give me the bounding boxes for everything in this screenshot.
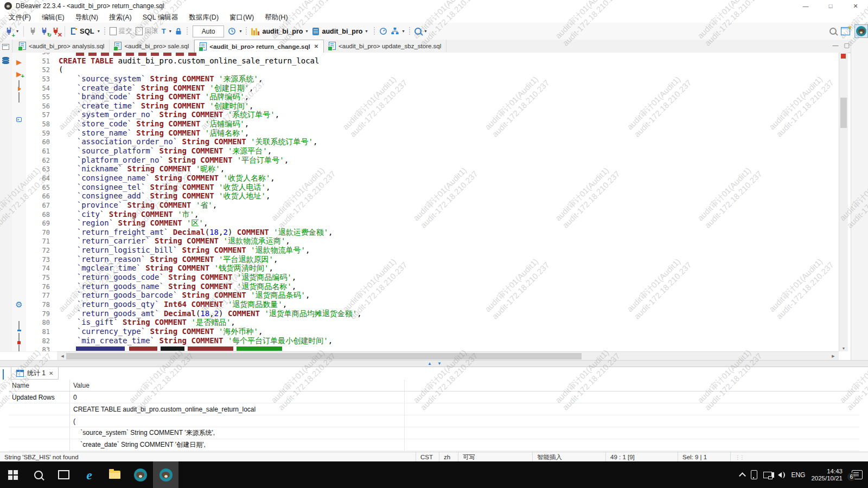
editor-tab[interactable]: <audit_bi_pro> update_sbz_store.sql xyxy=(324,40,446,52)
code-line[interactable]: 59 `store_name` String COMMENT '店铺名称', xyxy=(26,129,362,138)
status-segment-2[interactable]: 可写 xyxy=(458,452,532,462)
taskbar-search-button[interactable] xyxy=(25,461,51,488)
search-button[interactable] xyxy=(413,25,423,38)
code-line[interactable]: 58 `store_code` String COMMENT '店铺编码', xyxy=(26,119,362,129)
editor-settings-button[interactable]: ⚙ xyxy=(12,300,26,310)
execute-new-tab-button[interactable]: ▶+ xyxy=(12,69,26,79)
close-button[interactable]: ✕ xyxy=(843,0,868,12)
dbeaver-taskbar-button[interactable] xyxy=(127,461,153,488)
collapse-up-icon[interactable]: ▲ xyxy=(427,361,432,366)
menu-item-5[interactable]: 数据库(D) xyxy=(183,13,224,22)
code-line[interactable]: 80 `is_gift` String COMMENT '是否赠品', xyxy=(26,318,362,327)
schema-selector[interactable]: audit_bi_pro ▾ xyxy=(311,25,371,38)
horizontal-scroll-thumb[interactable] xyxy=(66,353,582,359)
code-line[interactable]: 65 `consignee_tel` String COMMENT '收货人电话… xyxy=(26,183,362,192)
transaction-history-button[interactable] xyxy=(226,25,238,38)
notification-center-icon[interactable]: 6 xyxy=(852,470,863,479)
minimize-view-icon[interactable]: — xyxy=(833,42,839,49)
code-line[interactable]: 76 `return_goods_name` String COMMENT '退… xyxy=(26,282,362,291)
execute-script-button[interactable] xyxy=(12,81,26,91)
editor-tab[interactable]: <audit_bi_pro> return_change.sql✕ xyxy=(194,40,324,53)
code-line[interactable]: 78 `return_goods_qty` Int64 COMMENT '退货商… xyxy=(26,300,362,309)
code-line[interactable]: 72 `return_logistic_bill` String COMMENT… xyxy=(26,246,362,255)
expand-down-icon[interactable]: ▼ xyxy=(437,361,442,366)
scroll-right-icon[interactable]: ▶ xyxy=(829,354,838,358)
minimize-button[interactable]: — xyxy=(793,0,818,12)
sql-editor[interactable]: 5051CREATE TABLE audit_bi_pro.custom_onl… xyxy=(26,53,839,351)
code-line[interactable]: 56 `create_time` String COMMENT '创建时间', xyxy=(26,101,362,111)
language-indicator[interactable]: ENG xyxy=(791,471,805,479)
statistics-tab[interactable]: 统计 1 ✕ xyxy=(11,367,59,380)
maximize-button[interactable]: □ xyxy=(818,0,843,12)
commit-button[interactable]: 提交 xyxy=(108,25,134,38)
code-line[interactable]: 55 `brand_code` String COMMENT '品牌编码', xyxy=(26,92,362,101)
menu-item-1[interactable]: 编辑(E) xyxy=(36,13,70,22)
code-line[interactable]: 70 `return_freight_amt` Decimal(18,2) CO… xyxy=(26,228,362,237)
table-row[interactable]: Updated Rows0 xyxy=(9,391,859,403)
code-line[interactable]: 62 `platform_order_no` String COMMENT '平… xyxy=(26,156,362,165)
open-perspective-button[interactable]: ★ xyxy=(841,27,850,35)
code-line[interactable]: 82 `min_create_time` String COMMENT '每个平… xyxy=(26,336,362,345)
code-line[interactable]: 54 `create_date` String COMMENT '创建日期', xyxy=(26,84,362,93)
tray-expand-icon[interactable] xyxy=(739,472,746,479)
code-line[interactable]: 63 `nickname` String COMMENT '昵称', xyxy=(26,164,362,174)
table-row[interactable]: CREATE TABLE audit_bi_pro.custom_online_… xyxy=(9,403,859,415)
status-segment-4[interactable]: 49 : 1 [9] xyxy=(605,452,678,462)
file-explorer-button[interactable] xyxy=(102,461,127,488)
code-line[interactable]: 60 `association_order_no` String COMMENT… xyxy=(26,137,362,146)
code-line[interactable]: 69 `region` String COMMENT '区', xyxy=(26,219,362,228)
code-line[interactable]: 75 `return_goods_code` String COMMENT '退… xyxy=(26,273,362,282)
export-result-button[interactable] xyxy=(12,322,26,331)
vertical-scrollbar[interactable]: ▲ ▼ xyxy=(839,53,848,351)
code-line[interactable]: 50 xyxy=(26,53,362,56)
code-line[interactable]: 83 xyxy=(26,345,362,351)
menu-item-4[interactable]: SQL 编辑器 xyxy=(137,13,184,22)
code-line[interactable]: 64 `consignee_name` String COMMENT '收货人名… xyxy=(26,174,362,183)
code-line[interactable]: 53 `source_system` String COMMENT '来源系统'… xyxy=(26,74,362,84)
explain-plan-button[interactable] xyxy=(12,93,26,102)
table-row[interactable]: `create_date` String COMMENT '创建日期', xyxy=(9,439,859,451)
rollback-button[interactable]: 回滚 xyxy=(134,25,160,38)
save-log-button[interactable] xyxy=(12,333,26,343)
column-header-value[interactable]: Value xyxy=(70,380,405,391)
vertical-scroll-thumb[interactable] xyxy=(840,98,847,128)
code-line[interactable]: 61 `source_platform` String COMMENT '来源平… xyxy=(26,146,362,156)
maximize-view-icon[interactable]: ▢ xyxy=(844,42,850,49)
statistics-tab-close-icon[interactable]: ✕ xyxy=(49,370,53,376)
menu-item-7[interactable]: 帮助(H) xyxy=(259,13,293,22)
new-connection-dropdown-icon[interactable]: ▾ xyxy=(15,29,20,34)
sql-dropdown-icon[interactable]: ▾ xyxy=(96,29,101,34)
status-segment-1[interactable]: zh xyxy=(439,452,458,462)
column-header-name[interactable]: Name xyxy=(9,380,70,391)
menu-item-3[interactable]: 搜索(A) xyxy=(104,13,137,22)
dbeaver-perspective-button[interactable] xyxy=(854,24,868,38)
scroll-down-icon[interactable]: ▼ xyxy=(839,346,848,350)
code-line[interactable]: 71 `return_carrier` String COMMENT '退款物流… xyxy=(26,236,362,246)
menu-item-2[interactable]: 导航(N) xyxy=(70,13,104,22)
commit-mode-select[interactable]: Auto xyxy=(193,25,225,37)
code-line[interactable]: 68 `city` String COMMENT '市', xyxy=(26,210,362,219)
code-line[interactable]: 73 `return_reason` String COMMENT '平台退款原… xyxy=(26,255,362,264)
status-segment-0[interactable]: CST xyxy=(416,452,439,462)
reconnect-button[interactable]: ↻ xyxy=(39,25,50,38)
menu-item-0[interactable]: 文件(F) xyxy=(3,13,36,22)
start-button[interactable] xyxy=(0,461,25,488)
search-dropdown-icon[interactable]: ▾ xyxy=(423,29,429,34)
open-console-button[interactable]: >_ xyxy=(12,113,26,123)
status-segment-5[interactable]: Sel: 9 | 1 xyxy=(678,452,730,462)
dashboard-button[interactable] xyxy=(378,25,389,38)
table-row[interactable]: ( xyxy=(9,415,859,427)
database-selector[interactable]: audit_bi_pro ▾ xyxy=(250,25,311,38)
code-line[interactable]: 81 `currency_type` String COMMENT '海外币种'… xyxy=(26,327,362,336)
internet-explorer-button[interactable]: e xyxy=(76,461,102,488)
code-line[interactable]: 51CREATE TABLE audit_bi_pro.custom_onlin… xyxy=(26,56,362,66)
diagram-dropdown-icon[interactable]: ▾ xyxy=(401,29,406,34)
new-connection-button[interactable]: + xyxy=(3,25,15,38)
table-row[interactable]: `source_system` String COMMENT '来源系统', xyxy=(9,427,859,439)
usb-device-icon[interactable] xyxy=(751,470,757,479)
quick-search-icon[interactable] xyxy=(829,28,837,35)
code-line[interactable]: 57 `system_order_no` String COMMENT '系统订… xyxy=(26,110,362,119)
menu-item-6[interactable]: 窗口(W) xyxy=(224,13,259,22)
editor-tab[interactable]: <audit_bi_pro> analysis.sql xyxy=(14,40,110,52)
sql-editor-button[interactable]: SQL xyxy=(68,25,96,38)
